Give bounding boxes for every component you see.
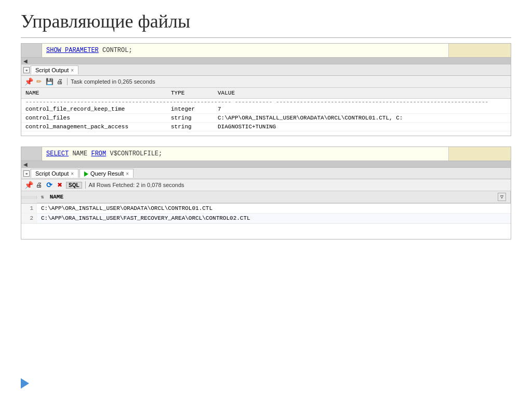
refresh-icon[interactable]: ⟳	[45, 181, 54, 189]
sql-label: SQL	[66, 182, 82, 189]
panel1-script-icon: ≡	[23, 67, 30, 73]
panel1-editor: SHOW_PARAMETER CONTROL;	[21, 44, 511, 57]
panel1-sql-content[interactable]: SHOW_PARAMETER CONTROL;	[42, 44, 448, 57]
panel2-empty-space	[21, 223, 511, 239]
panel1-toolbar: 📌 ✏ 💾 🖨 Task completed in 0,265 seconds	[21, 76, 511, 88]
panel1-tab-label: Script Output	[35, 67, 69, 73]
panel2-tab1-label: Script Output	[35, 170, 69, 177]
panel1-separator: ----------------------------------------…	[21, 99, 511, 105]
pencil-icon[interactable]: ✏	[35, 77, 43, 86]
panel2-sql-rest1: NAME	[72, 150, 91, 157]
row2-name: control_files	[25, 115, 171, 121]
row2-filepath: C:\APP\ORA_INSTALL_USER\FAST_RECOVERY_AR…	[37, 214, 511, 223]
panel2-wrapper: SELECT NAME FROM V$CONTROLFILE; ◀ ≡ Scri…	[21, 147, 511, 240]
row1-value: 7	[218, 106, 425, 112]
panel2-sql-keyword1: SELECT	[46, 150, 69, 157]
panel2-tab-queryresult[interactable]: Query Result ×	[79, 169, 134, 178]
panel1-data: control_file_record_keep_time integer 7 …	[21, 105, 511, 136]
col-header-type: TYPE	[171, 90, 218, 96]
panel1-tab-scriptoutput[interactable]: Script Output ×	[31, 65, 78, 74]
panel2-task-status: All Rows Fetched: 2 in 0,078 seconds	[89, 182, 184, 188]
main-content: SHOW_PARAMETER CONTROL; ◀ ≡ Script Outpu…	[0, 38, 532, 245]
panel1-row-3: control_management_pack_access string DI…	[21, 123, 511, 131]
pin-icon[interactable]: 📌	[24, 77, 33, 86]
panel2-editor: SELECT NAME FROM V$CONTROLFILE;	[21, 147, 511, 161]
panel2-tab2-close[interactable]: ×	[126, 171, 129, 177]
row1-filepath: C:\APP\ORA_INSTALL_USER\ORADATA\ORCL\CON…	[37, 204, 511, 213]
panel2-sql-rest2: V$CONTROLFILE;	[110, 150, 162, 157]
row2-type: string	[171, 115, 218, 121]
panel1-wrapper: SHOW_PARAMETER CONTROL; ◀ ≡ Script Outpu…	[21, 43, 511, 136]
panel1-col-header-row: NAME TYPE VALUE	[25, 90, 507, 96]
panel1-editor-right	[448, 44, 511, 57]
panel1-sql-keyword: SHOW_PARAMETER	[46, 47, 99, 54]
query-row-2: 2 C:\APP\ORA_INSTALL_USER\FAST_RECOVERY_…	[21, 214, 511, 223]
row3-value: DIAGNOSTIC+TUNING	[218, 124, 425, 130]
save-icon[interactable]: 💾	[45, 77, 54, 86]
panel1-tab-bar: ≡ Script Output ×	[21, 64, 511, 76]
pin-icon2[interactable]: 📌	[24, 181, 33, 189]
panel1-scrollbar: ◀	[21, 57, 511, 64]
row3-type: string	[171, 124, 218, 130]
row3-name: control_management_pack_access	[25, 124, 171, 130]
panel1-gutter	[21, 44, 42, 57]
row-num-header	[21, 196, 37, 199]
panel2-tab1-close[interactable]: ×	[71, 171, 74, 177]
panel2-scrollbar: ◀	[21, 161, 511, 168]
panel2-toolbar: 📌 🖨 ⟳ ✖ SQL All Rows Fetched: 2 in 0,078…	[21, 179, 511, 191]
filter-icon[interactable]: ▽	[498, 193, 506, 201]
row2-value: C:\APP\ORA_INSTALL_USER\ORADATA\ORCL\CON…	[218, 115, 425, 121]
panel1-tab-close[interactable]: ×	[71, 68, 74, 73]
col-header-name: NAME	[25, 90, 171, 96]
panel2-script-icon: ≡	[23, 170, 30, 177]
panel2-editor-right	[448, 147, 511, 161]
toolbar-sep2	[85, 181, 86, 189]
bottom-play-button[interactable]	[21, 378, 29, 389]
query-result-play-icon	[84, 170, 88, 177]
scroll-left-icon2: ◀	[23, 162, 28, 167]
query-result-content: 1 C:\APP\ORA_INSTALL_USER\ORADATA\ORCL\C…	[21, 204, 511, 223]
clear-icon[interactable]: ✖	[56, 181, 64, 189]
panel2-tab2-label: Query Result	[90, 170, 124, 177]
col-header-value: VALUE	[218, 90, 425, 96]
query-row-1: 1 C:\APP\ORA_INSTALL_USER\ORADATA\ORCL\C…	[21, 204, 511, 214]
col-name-label: ⇅ NAME	[41, 194, 63, 200]
panel1-sql-rest: CONTROL;	[99, 47, 132, 54]
print-icon[interactable]: 🖨	[56, 77, 64, 86]
row-num-2: 2	[21, 214, 37, 223]
section2: SELECT NAME FROM V$CONTROLFILE; ◀ ≡ Scri…	[21, 147, 511, 240]
print-icon2[interactable]: 🖨	[35, 181, 43, 189]
row1-name: control_file_record_keep_time	[25, 106, 171, 112]
panel1-task-status: Task completed in 0,265 seconds	[71, 78, 155, 85]
row-num-1: 1	[21, 204, 37, 213]
panel1-row-1: control_file_record_keep_time integer 7	[21, 105, 511, 114]
panel1-col-headers: NAME TYPE VALUE	[21, 88, 511, 99]
name-col-header: ⇅ NAME ▽	[37, 191, 511, 203]
panel2-gutter	[21, 147, 42, 161]
page-title: Управляющие файлы	[0, 0, 532, 37]
row1-type: integer	[171, 106, 218, 112]
panel1-row-2: control_files string C:\APP\ORA_INSTALL_…	[21, 114, 511, 123]
panel2-sql-content[interactable]: SELECT NAME FROM V$CONTROLFILE;	[42, 147, 448, 161]
panel2-tab-scriptoutput[interactable]: Script Output ×	[31, 169, 78, 178]
col-sort-icon: ⇅	[41, 194, 44, 200]
scroll-left-icon: ◀	[23, 58, 28, 64]
toolbar-sep1	[67, 78, 68, 85]
panel2-col-header-row: ⇅ NAME ▽	[21, 191, 511, 204]
panel2-sql-keyword2: FROM	[91, 150, 106, 157]
panel2-tab-bar: ≡ Script Output × Query Result ×	[21, 168, 511, 179]
